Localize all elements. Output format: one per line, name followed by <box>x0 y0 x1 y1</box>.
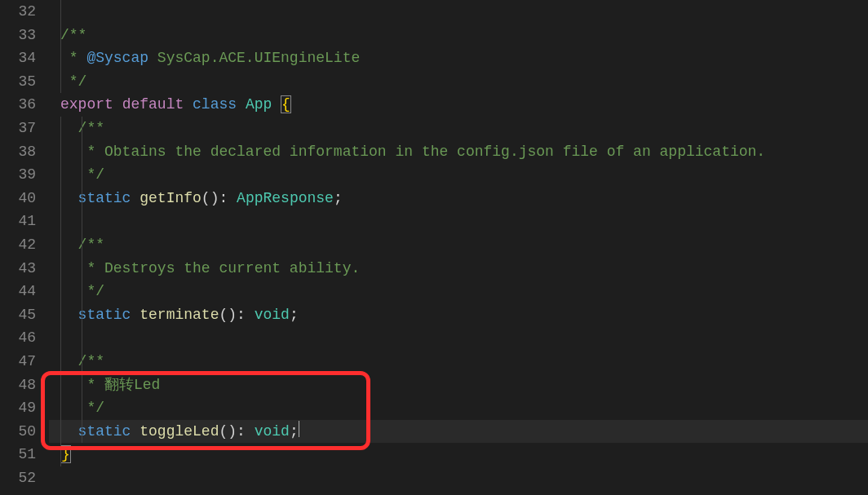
code-token: AppResponse <box>237 190 334 206</box>
code-line[interactable]: */ <box>49 396 868 420</box>
line-number: 42 <box>0 233 36 257</box>
line-number: 43 <box>0 257 36 281</box>
indent-guide <box>60 233 61 257</box>
line-number: 44 <box>0 280 36 303</box>
code-token <box>60 236 78 253</box>
code-token <box>60 353 78 369</box>
code-token: toggleLed <box>140 423 219 440</box>
code-line[interactable] <box>49 0 868 24</box>
code-token: { <box>281 95 291 113</box>
code-line[interactable]: * 翻转Led <box>49 373 868 397</box>
indent-guide <box>60 257 61 281</box>
indent-guide <box>82 210 82 233</box>
code-token <box>60 377 78 393</box>
line-number: 50 <box>0 420 36 444</box>
code-token: * Obtains the declared information in th… <box>78 144 766 160</box>
line-number: 48 <box>0 373 36 397</box>
code-line[interactable]: export default class App { <box>49 93 868 117</box>
code-line[interactable]: /** <box>49 350 868 373</box>
code-token: } <box>60 445 71 463</box>
code-token: export <box>60 96 113 113</box>
code-token <box>60 120 78 136</box>
code-editor[interactable]: 3233343536373839404142434445464748495051… <box>0 0 868 495</box>
line-number: 36 <box>0 93 36 117</box>
code-line[interactable] <box>49 210 868 233</box>
code-line[interactable]: } <box>49 443 868 466</box>
code-token: ; <box>290 423 299 440</box>
line-number: 49 <box>0 396 36 420</box>
code-token <box>60 144 78 160</box>
indent-guide <box>60 46 61 70</box>
line-number: 32 <box>0 0 36 24</box>
indent-guide <box>82 163 82 187</box>
code-line[interactable]: * Destroys the current ability. <box>49 257 868 281</box>
code-line[interactable]: */ <box>49 163 868 187</box>
line-number: 52 <box>0 466 36 490</box>
code-line[interactable]: * @Syscap SysCap.ACE.UIEngineLite <box>49 46 868 70</box>
code-line[interactable] <box>49 466 868 490</box>
line-number: 35 <box>0 70 36 94</box>
indent-guide <box>60 187 61 210</box>
code-token: static <box>78 190 131 206</box>
code-token: ; <box>290 307 299 323</box>
code-token <box>60 283 78 299</box>
code-line[interactable]: * Obtains the declared information in th… <box>49 140 868 164</box>
code-area[interactable]: /** * @Syscap SysCap.ACE.UIEngineLite */… <box>49 0 868 495</box>
code-token <box>60 190 78 206</box>
code-line[interactable]: /** <box>49 117 868 140</box>
code-token: getInfo <box>140 190 202 206</box>
code-line[interactable]: static toggleLed(): void; <box>49 420 868 444</box>
code-line[interactable]: /** <box>49 24 868 47</box>
indent-guide <box>82 280 82 303</box>
code-token: class <box>193 96 237 113</box>
code-token <box>60 166 78 183</box>
indent-guide <box>82 257 82 281</box>
code-token: (): <box>202 190 237 206</box>
indent-guide <box>82 187 82 210</box>
code-token: void <box>255 423 290 440</box>
code-token <box>60 260 78 276</box>
code-token: App <box>246 96 272 113</box>
code-line[interactable] <box>49 326 868 350</box>
code-token: SysCap.ACE.UIEngineLite <box>148 50 360 66</box>
text-cursor <box>299 421 299 437</box>
code-line[interactable]: */ <box>49 280 868 303</box>
line-number: 40 <box>0 187 36 210</box>
indent-guide <box>60 117 61 140</box>
indent-guide <box>60 326 61 350</box>
code-token <box>60 307 78 323</box>
code-token: /** <box>60 27 86 43</box>
indent-guide <box>60 70 61 94</box>
code-token: * Destroys the current ability. <box>78 260 361 276</box>
indent-guide <box>60 396 61 420</box>
code-line[interactable]: */ <box>49 70 868 94</box>
indent-guide <box>60 140 61 164</box>
line-number: 39 <box>0 163 36 187</box>
code-token: ; <box>334 190 343 206</box>
code-token: terminate <box>140 307 219 323</box>
code-token: * <box>60 50 86 66</box>
code-line[interactable]: static getInfo(): AppResponse; <box>49 187 868 210</box>
code-line[interactable]: static terminate(): void; <box>49 303 868 327</box>
line-number: 33 <box>0 24 36 47</box>
line-number: 46 <box>0 326 36 350</box>
indent-guide <box>60 303 61 327</box>
code-line[interactable]: /** <box>49 233 868 257</box>
code-token: default <box>122 96 184 113</box>
indent-guide <box>60 163 61 187</box>
indent-guide <box>60 420 61 444</box>
indent-guide <box>60 24 61 47</box>
indent-guide <box>82 373 82 397</box>
code-token: */ <box>60 73 86 90</box>
code-token: (): <box>219 423 254 440</box>
indent-guide <box>82 396 82 420</box>
code-token: static <box>78 423 131 440</box>
indent-guide <box>82 303 82 327</box>
code-token <box>131 190 140 206</box>
line-number: 41 <box>0 210 36 233</box>
code-token: static <box>78 307 131 323</box>
code-token <box>113 96 122 113</box>
code-token: void <box>255 307 290 323</box>
indent-guide <box>60 350 61 373</box>
line-number-gutter: 3233343536373839404142434445464748495051… <box>0 0 49 495</box>
